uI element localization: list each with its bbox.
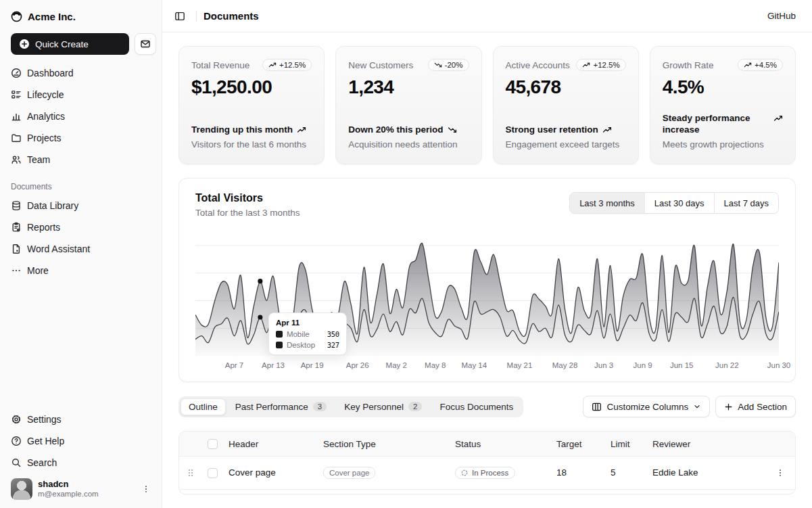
topbar: Documents GitHub (162, 0, 812, 32)
sidebar-item-team[interactable]: Team (5, 149, 156, 170)
x-tick-label: Jun 9 (634, 361, 652, 369)
quick-create-label: Quick Create (35, 39, 89, 49)
tab-outline[interactable]: Outline (181, 398, 226, 415)
tooltip-date: Apr 11 (276, 319, 339, 327)
main: Documents GitHub Total Revenue +12.5% $1… (162, 0, 812, 508)
range-last-30-days[interactable]: Last 30 days (644, 193, 714, 213)
visitors-chart-card: Total Visitors Total for the last 3 mont… (178, 178, 796, 382)
sidebar-item-label: Dashboard (27, 68, 74, 78)
add-section-button[interactable]: Add Section (715, 396, 796, 417)
help-icon (11, 436, 22, 446)
target-cell[interactable]: 29 (551, 489, 605, 494)
inbox-button[interactable] (135, 33, 156, 55)
card-title: New Customers (348, 59, 413, 70)
sidebar-item-lifecycle[interactable]: Lifecycle (5, 85, 156, 105)
mail-icon (140, 39, 151, 49)
row-header-cell[interactable]: Table of contents (223, 489, 318, 494)
table-header-row: Header Section Type Status Target Limit … (179, 432, 795, 456)
tab-key-personnel[interactable]: Key Personnel2 (336, 398, 430, 415)
customize-columns-button[interactable]: Customize Columns (583, 396, 710, 417)
x-tick-label: Apr 7 (225, 361, 244, 369)
x-tick-label: May 2 (386, 361, 407, 369)
dots-vertical-icon[interactable] (139, 482, 153, 497)
stat-cards: Total Revenue +12.5% $1,250.00 Trending … (178, 46, 796, 164)
avatar (11, 478, 32, 500)
plus-icon (724, 402, 733, 411)
limit-cell[interactable]: 5 (605, 456, 647, 489)
loader-icon (460, 469, 469, 477)
chart-area[interactable]: Apr 7Apr 13Apr 19Apr 26May 2May 8May 14M… (195, 237, 779, 373)
trend-badge: +4.5% (738, 59, 783, 71)
page-title: Documents (204, 10, 259, 22)
card-title: Active Accounts (506, 59, 570, 70)
x-tick-label: Jun 15 (670, 361, 694, 369)
range-last-7-days[interactable]: Last 7 days (714, 193, 779, 213)
row-header-cell[interactable]: Cover page (223, 456, 318, 489)
sidebar: Acme Inc. Quick Create Dashboard Lifecyc… (0, 0, 162, 508)
select-all-checkbox[interactable] (208, 439, 218, 449)
x-tick-label: May 14 (461, 361, 487, 369)
chevron-down-icon (693, 402, 701, 411)
card-growth-rate: Growth Rate +4.5% 4.5% Steady performanc… (650, 46, 796, 164)
x-tick-label: May 21 (507, 361, 533, 369)
dashboard-icon (11, 68, 22, 78)
target-cell[interactable]: 18 (551, 456, 605, 489)
sidebar-toggle-button[interactable] (170, 7, 189, 26)
card-title: Total Revenue (191, 59, 249, 70)
sidebar-item-more[interactable]: More (5, 260, 156, 281)
row-checkbox[interactable] (208, 468, 218, 478)
drag-handle-icon[interactable] (185, 468, 197, 478)
sidebar-item-word-assistant[interactable]: Word Assistant (5, 239, 156, 259)
sidebar-item-label: Analytics (27, 111, 65, 122)
x-tick-label: Jun 3 (594, 361, 613, 369)
trending-up-icon (268, 61, 277, 69)
sidebar-item-settings[interactable]: Settings (5, 409, 156, 430)
quick-create-button[interactable]: Quick Create (11, 33, 129, 55)
sidebar-item-projects[interactable]: Projects (5, 128, 156, 148)
reviewer-cell[interactable]: Eddie Lake (647, 489, 765, 494)
sidebar-item-label: Settings (27, 414, 62, 425)
sidebar-item-label: Lifecycle (27, 89, 64, 100)
gear-icon (11, 414, 22, 425)
nav-footer: Settings Get Help Search (5, 409, 156, 473)
circle-plus-icon (19, 39, 30, 49)
sidebar-item-analytics[interactable]: Analytics (5, 106, 156, 126)
tab-focus-documents[interactable]: Focus Documents (431, 398, 521, 415)
sidebar-item-dashboard[interactable]: Dashboard (5, 63, 156, 83)
sidebar-item-search[interactable]: Search (5, 453, 156, 473)
card-title: Growth Rate (663, 59, 714, 70)
sections-table: Header Section Type Status Target Limit … (178, 431, 796, 494)
card-active-accounts: Active Accounts +12.5% 45,678 Strong use… (493, 46, 639, 164)
range-toggle-group: Last 3 months Last 30 days Last 7 days (569, 192, 779, 214)
mobile-swatch (276, 331, 283, 338)
sidebar-item-label: Data Library (27, 200, 78, 211)
sidebar-item-reports[interactable]: Reports (5, 217, 156, 237)
row-menu-icon[interactable] (771, 468, 790, 478)
sidebar-item-data-library[interactable]: Data Library (5, 195, 156, 216)
panel-left-icon (174, 11, 185, 22)
card-new-customers: New Customers -20% 1,234 Down 20% this p… (335, 46, 481, 164)
trending-up-icon (744, 61, 752, 69)
chart-subtitle: Total for the last 3 months (195, 208, 300, 218)
card-footer: Trending up this month Visitors for the … (191, 110, 312, 150)
sidebar-item-get-help[interactable]: Get Help (5, 431, 156, 451)
user-menu-row[interactable]: shadcn m@example.com (5, 473, 156, 503)
table-actions: Customize Columns Add Section (583, 396, 796, 417)
brand-label: Acme Inc. (28, 11, 76, 22)
range-last-3-months[interactable]: Last 3 months (570, 193, 644, 213)
reviewer-cell[interactable]: Eddie Lake (647, 456, 765, 489)
trending-down-icon (448, 124, 457, 135)
trending-up-icon (602, 124, 612, 135)
x-tick-label: Apr 19 (301, 361, 324, 369)
trend-badge: +12.5% (262, 59, 312, 71)
database-icon (11, 200, 22, 211)
brand[interactable]: Acme Inc. (5, 5, 156, 28)
tab-past-performance[interactable]: Past Performance3 (227, 398, 335, 415)
table-row: Cover page Cover page In Process 18 5 Ed… (179, 456, 795, 489)
section-tabs: Outline Past Performance3 Key Personnel2… (178, 396, 523, 417)
trend-badge: -20% (428, 59, 469, 71)
limit-cell[interactable]: 24 (605, 489, 647, 494)
column-section-type: Section Type (318, 432, 450, 456)
github-link[interactable]: GitHub (767, 11, 796, 21)
card-total-revenue: Total Revenue +12.5% $1,250.00 Trending … (178, 46, 325, 164)
